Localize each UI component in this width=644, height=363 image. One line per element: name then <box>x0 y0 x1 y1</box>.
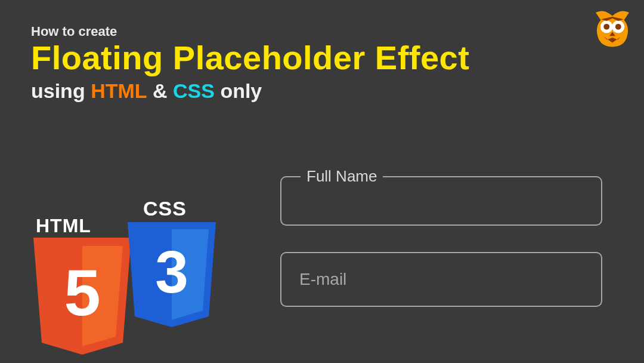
html5-shield-icon: 5 <box>29 238 136 357</box>
email-placeholder: E-mail <box>299 270 346 289</box>
subtitle-ampersand: & <box>153 79 168 102</box>
form-demo: Full Name E-mail <box>280 167 614 307</box>
page-title-block: How to create Floating Placeholder Effec… <box>31 24 469 103</box>
fullname-field[interactable]: Full Name <box>280 167 602 226</box>
css3-shield-icon: 3 <box>124 222 219 330</box>
subtitle-word-css: CSS <box>173 79 215 102</box>
tech-logos: HTML CSS 5 3 <box>29 197 219 340</box>
svg-point-2 <box>603 24 609 30</box>
css-label: CSS <box>143 197 187 220</box>
email-field[interactable]: E-mail <box>280 252 602 307</box>
subtitle-word-only: only <box>220 79 262 102</box>
html5-glyph: 5 <box>64 256 100 329</box>
css3-glyph: 3 <box>155 238 188 305</box>
title-prefix: How to create <box>31 24 469 39</box>
owl-logo-icon <box>592 8 633 50</box>
fullname-floating-label: Full Name <box>301 167 383 186</box>
svg-point-3 <box>615 24 621 30</box>
title-main: Floating Placeholder Effect <box>31 41 469 76</box>
subtitle-word-using: using <box>31 79 85 102</box>
subtitle-word-html: HTML <box>91 79 147 102</box>
title-subtitle: using HTML & CSS only <box>31 79 469 103</box>
html-label: HTML <box>36 215 91 237</box>
